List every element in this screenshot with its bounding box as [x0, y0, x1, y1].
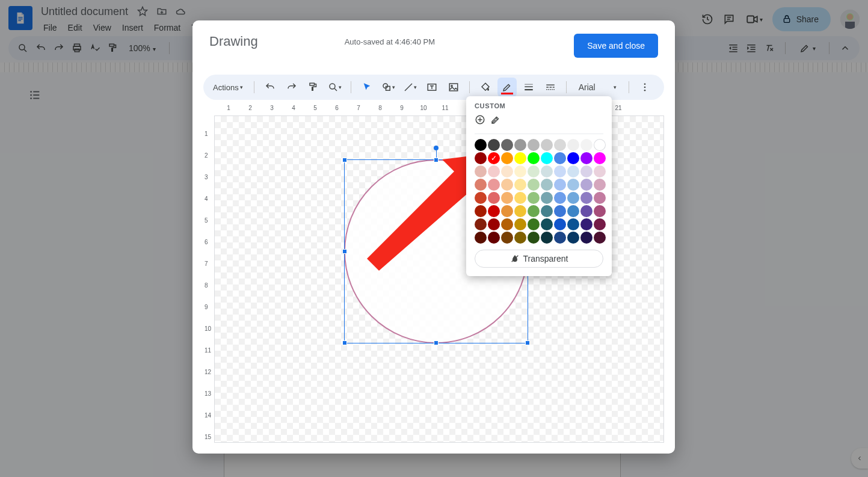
font-select[interactable]: Arial▾ [573, 82, 623, 92]
spellcheck-icon[interactable] [89, 42, 101, 54]
save-close-button[interactable]: Save and close [574, 34, 658, 58]
color-swatch[interactable] [528, 179, 540, 191]
color-swatch[interactable] [594, 192, 606, 204]
border-color-icon[interactable] [497, 78, 517, 97]
move-icon[interactable] [156, 5, 168, 17]
avatar[interactable] [840, 10, 860, 29]
color-swatch[interactable] [488, 179, 500, 191]
color-swatch[interactable] [514, 139, 526, 151]
select-tool-icon[interactable] [357, 78, 377, 97]
color-swatch[interactable] [488, 232, 500, 244]
color-swatch[interactable] [580, 218, 593, 230]
color-swatch[interactable] [594, 205, 606, 217]
color-swatch[interactable] [580, 205, 593, 217]
color-swatch[interactable] [501, 152, 513, 164]
color-swatch[interactable] [514, 165, 526, 177]
line-tool-icon[interactable]: ▾ [401, 78, 420, 97]
color-swatch[interactable] [488, 165, 500, 177]
fill-color-icon[interactable] [476, 78, 495, 97]
color-swatch[interactable] [594, 152, 606, 164]
undo-icon[interactable] [260, 78, 280, 97]
print-icon[interactable] [71, 42, 83, 54]
color-swatch[interactable] [580, 232, 593, 244]
color-swatch[interactable] [488, 152, 500, 164]
color-swatch[interactable] [554, 152, 566, 164]
outline-icon[interactable] [23, 83, 47, 107]
color-swatch[interactable] [594, 165, 606, 177]
color-swatch[interactable] [580, 179, 593, 191]
menu-insert[interactable]: Insert [117, 20, 148, 35]
color-swatch[interactable] [475, 165, 487, 177]
color-swatch[interactable] [567, 205, 579, 217]
add-custom-color-icon[interactable] [475, 114, 485, 128]
color-swatch[interactable] [475, 179, 487, 191]
color-swatch[interactable] [488, 139, 500, 151]
actions-button[interactable]: Actions▾ [208, 81, 248, 94]
menu-edit[interactable]: Edit [63, 20, 87, 35]
color-swatch[interactable] [528, 139, 540, 151]
color-swatch[interactable] [567, 152, 579, 164]
menu-view[interactable]: View [88, 20, 116, 35]
color-swatch[interactable] [514, 205, 526, 217]
color-swatch[interactable] [541, 152, 553, 164]
color-swatch[interactable] [514, 179, 526, 191]
search-icon[interactable] [17, 42, 29, 54]
collapse-icon[interactable] [839, 42, 851, 54]
color-swatch[interactable] [567, 192, 579, 204]
color-swatch[interactable] [594, 179, 606, 191]
history-icon[interactable] [701, 13, 713, 25]
color-swatch[interactable] [567, 232, 579, 244]
color-swatch[interactable] [541, 192, 553, 204]
textbox-tool-icon[interactable] [422, 78, 442, 97]
color-swatch[interactable] [475, 232, 487, 244]
indent-increase-icon[interactable] [745, 42, 757, 54]
color-swatch[interactable] [501, 232, 513, 244]
color-swatch[interactable] [501, 179, 513, 191]
color-swatch[interactable] [528, 152, 540, 164]
color-swatch[interactable] [567, 179, 579, 191]
color-swatch[interactable] [580, 152, 593, 164]
color-swatch[interactable] [514, 192, 526, 204]
border-weight-icon[interactable] [519, 78, 538, 97]
color-swatch[interactable] [541, 165, 553, 177]
color-swatch[interactable] [594, 139, 606, 151]
color-swatch[interactable] [554, 232, 566, 244]
eyedropper-icon[interactable] [490, 114, 501, 128]
color-swatch[interactable] [501, 139, 513, 151]
color-swatch[interactable] [475, 205, 487, 217]
color-swatch[interactable] [501, 218, 513, 230]
color-swatch[interactable] [514, 152, 526, 164]
color-swatch[interactable] [541, 179, 553, 191]
menu-file[interactable]: File [38, 20, 62, 35]
menu-format[interactable]: Format [149, 20, 185, 35]
color-swatch[interactable] [541, 139, 553, 151]
color-swatch[interactable] [580, 139, 593, 151]
color-swatch[interactable] [528, 165, 540, 177]
color-swatch[interactable] [594, 232, 606, 244]
indent-decrease-icon[interactable] [727, 42, 739, 54]
color-swatch[interactable] [580, 165, 593, 177]
color-swatch[interactable] [554, 192, 566, 204]
color-swatch[interactable] [475, 192, 487, 204]
color-swatch[interactable] [541, 232, 553, 244]
color-swatch[interactable] [541, 205, 553, 217]
color-swatch[interactable] [475, 139, 487, 151]
shape-tool-icon[interactable]: ▾ [379, 78, 398, 97]
color-swatch[interactable] [554, 205, 566, 217]
doc-title[interactable]: Untitled document [38, 5, 131, 18]
color-swatch[interactable] [580, 192, 593, 204]
color-swatch[interactable] [528, 232, 540, 244]
share-button[interactable]: Share [772, 7, 831, 31]
color-swatch[interactable] [488, 205, 500, 217]
color-swatch[interactable] [488, 192, 500, 204]
paint-format-icon[interactable] [304, 78, 323, 97]
color-swatch[interactable] [554, 179, 566, 191]
color-swatch[interactable] [501, 165, 513, 177]
color-swatch[interactable] [567, 218, 579, 230]
color-swatch[interactable] [501, 192, 513, 204]
redo-icon[interactable] [282, 78, 301, 97]
image-tool-icon[interactable] [444, 78, 463, 97]
side-panel-toggle-icon[interactable] [851, 448, 868, 469]
editing-mode-icon[interactable]: ▾ [795, 42, 819, 54]
color-swatch[interactable] [554, 165, 566, 177]
